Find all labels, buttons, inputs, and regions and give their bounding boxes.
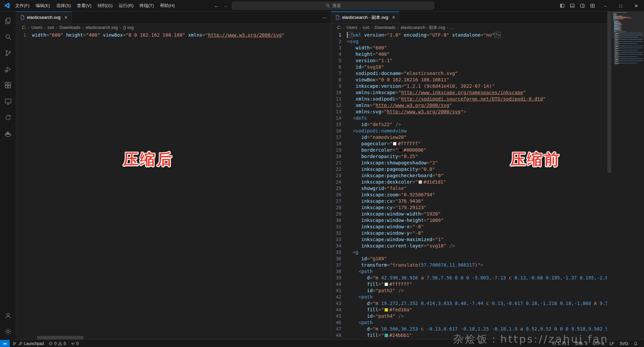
- menu-item[interactable]: 选择(S): [53, 0, 74, 11]
- close-tab-icon[interactable]: ✕: [392, 15, 395, 20]
- code-line: 12 xmlns="http://www.w3.org/2000/svg": [331, 102, 644, 109]
- close-window-button[interactable]: ✕: [629, 0, 644, 11]
- color-swatch[interactable]: [384, 308, 388, 312]
- code-line: 16 <sodipodi:namedview: [331, 128, 644, 134]
- code-line: 37 transform="translate(57.700078,11.968…: [331, 262, 644, 268]
- breadcrumb-separator: ›: [343, 26, 345, 30]
- menu-item[interactable]: 编辑(E): [33, 0, 53, 11]
- tab-bar-left: elasticsearch.svg ✕ ⋯: [16, 11, 331, 24]
- breadcrumb-item[interactable]: Users: [31, 25, 43, 30]
- minimap[interactable]: [612, 11, 644, 340]
- code-line: 34 inkscape:current-layer="svg18" />: [331, 243, 644, 249]
- tab-elasticsearch-svg[interactable]: elasticsearch.svg ✕: [16, 11, 72, 23]
- vertical-scrollbar[interactable]: [607, 11, 612, 340]
- code-line: 30 inkscape:window-height="1009": [331, 217, 644, 224]
- minimap-slider[interactable]: [612, 11, 644, 39]
- port-count: 0: [76, 341, 79, 346]
- menu-item[interactable]: 运行(R): [115, 0, 136, 11]
- breadcrumb-item[interactable]: {} svg: [123, 25, 134, 30]
- breadcrumb-item[interactable]: Downloads: [374, 25, 396, 30]
- activity-run-and-debug[interactable]: [0, 61, 16, 77]
- code-line: 45 id="path4" />: [331, 313, 644, 319]
- extensions-icon: [4, 81, 12, 89]
- code-line: 5 version="1.1": [331, 57, 644, 64]
- color-swatch[interactable]: [393, 142, 397, 146]
- code-line: 2<svg: [331, 38, 644, 45]
- activity-extensions[interactable]: [0, 77, 16, 93]
- toggle-panel-icon[interactable]: [568, 2, 577, 10]
- notifications-bell-icon[interactable]: [632, 341, 640, 346]
- history-back-icon[interactable]: ←: [214, 0, 219, 11]
- window-controls: – □ ✕: [598, 0, 644, 11]
- language-mode[interactable]: SVG: [618, 341, 630, 346]
- ports-status-item[interactable]: 0: [69, 341, 81, 346]
- tab-label: elasticsearch.svg: [27, 15, 61, 20]
- tab-bar-right: elasticsearch - 副本.svg ✕ ⋯: [331, 11, 644, 24]
- history-forward-icon[interactable]: →: [223, 0, 228, 11]
- command-center-search[interactable]: 搜索: [232, 2, 434, 10]
- remote-indicator[interactable]: ><: [0, 340, 10, 347]
- breadcrumb-item[interactable]: Downloads: [59, 25, 81, 30]
- activity-settings[interactable]: [0, 323, 16, 340]
- color-swatch[interactable]: [399, 148, 402, 152]
- maximize-button[interactable]: □: [613, 0, 629, 11]
- menu-bar: 文件(F)编辑(E)选择(S)查看(V)转到(G)运行(R)终端(T)帮助(H): [12, 0, 178, 11]
- editor-left[interactable]: 1width="600" height="400" viewBox="0 0 1…: [16, 32, 331, 340]
- activity-account[interactable]: [0, 307, 16, 323]
- code-line: 10 xmlns:inkscape="http://www.inkscape.o…: [331, 89, 644, 96]
- toggle-sidebar-icon[interactable]: [557, 2, 567, 10]
- annotation-after-compression: 压缩后: [123, 149, 174, 169]
- breadcrumb-item[interactable]: C:: [21, 25, 27, 30]
- breadcrumb-item[interactable]: iuxt: [362, 25, 370, 30]
- menu-item[interactable]: 文件(F): [12, 0, 33, 11]
- more-actions-icon[interactable]: ⋯: [322, 15, 327, 20]
- activity-sync[interactable]: [0, 110, 16, 126]
- activity-docker[interactable]: [0, 126, 16, 142]
- activity-source-control[interactable]: [0, 45, 16, 61]
- color-swatch[interactable]: [384, 334, 388, 337]
- problems-status-item[interactable]: 0 0: [46, 341, 68, 346]
- code-line: 9 inkscape:version="1.2.1 (9c6d41e410, 2…: [331, 83, 644, 89]
- breadcrumb: C:›Users›iuxt›Downloads›elasticsearch.sv…: [16, 24, 331, 32]
- menu-item[interactable]: 帮助(H): [157, 0, 178, 11]
- code-line: 29 inkscape:window-width="1920": [331, 211, 644, 217]
- run-and-debug-icon: [4, 65, 12, 73]
- activity-remote-explorer[interactable]: [0, 93, 16, 110]
- code-line: 27 inkscape:cx="376.9436": [331, 198, 644, 204]
- menu-item[interactable]: 查看(V): [74, 0, 94, 11]
- menu-item[interactable]: 转到(G): [95, 0, 116, 11]
- minimize-button[interactable]: –: [598, 0, 613, 11]
- activity-search[interactable]: [0, 29, 16, 45]
- settings-icon: [4, 327, 12, 336]
- code-line: 35 <g: [331, 249, 644, 256]
- horizontal-scrollbar[interactable]: [37, 336, 83, 339]
- warnings-icon: [58, 341, 62, 346]
- editor-right[interactable]: 1<?xml version="1.0" encoding="UTF-8" st…: [331, 32, 644, 340]
- breadcrumb-item[interactable]: iuxt: [47, 25, 55, 30]
- broadcast-icon: [71, 341, 75, 346]
- color-swatch[interactable]: [418, 180, 422, 184]
- branch-icon: [12, 341, 17, 346]
- vscode-logo-icon: [4, 2, 10, 9]
- error-count: 0: [54, 341, 57, 346]
- breadcrumb-item[interactable]: elasticsearch - 副本.svg: [400, 25, 446, 31]
- explorer-icon: [4, 17, 12, 25]
- layout-controls: [557, 0, 597, 11]
- launchpad-status-item[interactable]: Launchpad: [10, 341, 46, 346]
- breadcrumb-item[interactable]: C:: [336, 25, 342, 30]
- activity-explorer[interactable]: [0, 13, 16, 29]
- breadcrumb-separator: ›: [371, 26, 373, 30]
- close-tab-icon[interactable]: ✕: [64, 15, 68, 20]
- menu-item[interactable]: 终端(T): [136, 0, 157, 11]
- code-line: 8 viewBox="0 0 162.16216 108.10811": [331, 77, 644, 83]
- eol[interactable]: LF: [608, 341, 616, 346]
- toggle-secondary-sidebar-icon[interactable]: [578, 2, 587, 10]
- scrollbar-thumb[interactable]: [607, 11, 611, 173]
- tab-elasticsearch-copy-svg[interactable]: elasticsearch - 副本.svg ✕: [331, 11, 399, 23]
- breadcrumb-item[interactable]: ...: [450, 25, 454, 30]
- customize-layout-icon[interactable]: [588, 2, 597, 10]
- code-line: 18 pagecolor="#ffffff": [331, 141, 644, 147]
- color-swatch[interactable]: [384, 282, 388, 286]
- breadcrumb-item[interactable]: Users: [346, 25, 358, 30]
- breadcrumb-item[interactable]: elasticsearch.svg: [85, 25, 118, 30]
